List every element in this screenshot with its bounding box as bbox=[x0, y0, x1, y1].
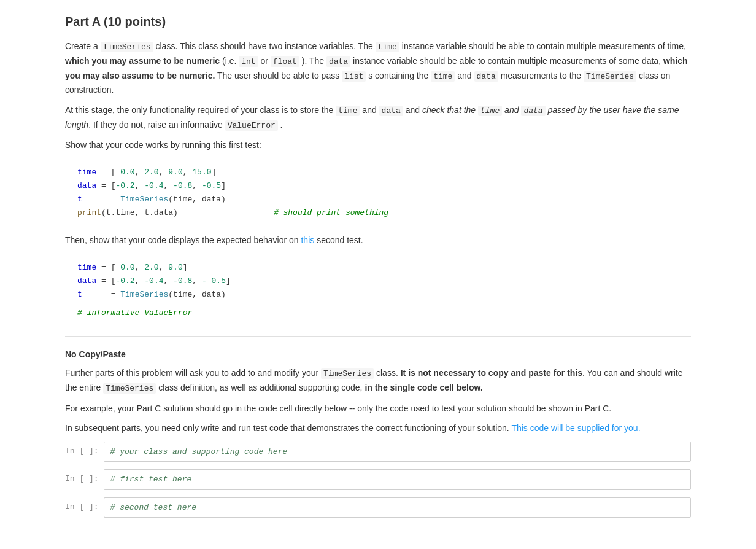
comma-9: , bbox=[135, 276, 145, 286]
neg-05b: - 0.5 bbox=[202, 276, 226, 286]
cell-label-2: In [ ]: bbox=[65, 469, 104, 490]
comma-1: , bbox=[135, 168, 145, 177]
cell-input-3[interactable]: # second test here bbox=[104, 497, 691, 518]
fn-timeseries-2: TimeSeries bbox=[120, 290, 168, 299]
float-code: float bbox=[271, 56, 299, 67]
bracket-3: [ bbox=[111, 263, 121, 272]
neg-04: -0.4 bbox=[144, 181, 163, 190]
args-2: (time, data) bbox=[168, 290, 226, 299]
cell-row-1: In [ ]: # your class and supporting code… bbox=[65, 442, 691, 462]
timeseries-code-3: TimeSeries bbox=[321, 368, 374, 379]
spaces-comment bbox=[183, 208, 269, 217]
timeseries-code-2: TimeSeries bbox=[584, 71, 636, 82]
code-line-2: data = [-0.2, -0.4, -0.8, -0.5] bbox=[77, 179, 679, 193]
then-text: Then, show that your code displays the e… bbox=[65, 233, 691, 247]
num-2b: 2.0 bbox=[144, 263, 158, 272]
code-line-6: data = [-0.2, -0.4, -0.8, - 0.5] bbox=[77, 274, 679, 288]
show-text: Show that your code works by running thi… bbox=[65, 138, 691, 152]
var-time-2: time bbox=[77, 263, 96, 272]
comment-valueerror: # informative ValueError bbox=[77, 308, 192, 317]
data-code-1: data bbox=[326, 56, 350, 67]
bold-single-cell: in the single code cell below. bbox=[364, 383, 482, 392]
var-data-2: data bbox=[77, 276, 96, 286]
bracket-close-1: ] bbox=[212, 168, 217, 177]
cell-label-1: In [ ]: bbox=[65, 442, 104, 462]
args-1: (time, data) bbox=[168, 195, 226, 204]
var-time-1: time bbox=[77, 168, 96, 177]
code-line-7: t = TimeSeries(time, data) bbox=[77, 288, 679, 302]
intro-paragraph: Create a TimeSeries class. This class sh… bbox=[65, 39, 691, 97]
var-t-1: t bbox=[77, 195, 82, 204]
timeseries-code-1: TimeSeries bbox=[101, 42, 153, 52]
bracket-close-2: ] bbox=[221, 181, 226, 190]
separator-1 bbox=[65, 336, 691, 337]
time-italic-code: time bbox=[478, 106, 502, 116]
cell-3-placeholder: # second test here bbox=[110, 503, 196, 512]
part-title: Part A (10 points) bbox=[65, 12, 691, 31]
num-9b: 9.0 bbox=[168, 263, 182, 272]
comma-6: , bbox=[192, 181, 202, 190]
bold-numeric-1: which you may assume to be numeric bbox=[65, 56, 220, 66]
neg-08b: -0.8 bbox=[173, 276, 192, 286]
eq-1: = bbox=[101, 168, 111, 177]
code-block-2: time = [ 0.0, 2.0, 9.0] data = [-0.2, -0… bbox=[65, 255, 691, 326]
check-paragraph: At this stage, the only functionality re… bbox=[65, 103, 691, 133]
comma-4: , bbox=[135, 181, 145, 190]
comma-2: , bbox=[159, 168, 169, 177]
num-9: 9.0 bbox=[168, 168, 182, 177]
cell-input-2[interactable]: # first test here bbox=[104, 469, 691, 490]
neg-02: -0.2 bbox=[115, 181, 134, 190]
code-line-4: print(t.time, t.data) # should print som… bbox=[77, 206, 679, 220]
num-2: 2.0 bbox=[144, 168, 158, 177]
eq-5: = bbox=[101, 276, 111, 286]
cell-input-1[interactable]: # your class and supporting code here bbox=[104, 442, 691, 462]
data-italic-code: data bbox=[521, 106, 545, 116]
timeseries-code-4: TimeSeries bbox=[103, 383, 156, 394]
cell-label-3: In [ ]: bbox=[65, 497, 104, 518]
bracket-close-3: ] bbox=[183, 263, 188, 272]
var-t-2: t bbox=[77, 290, 82, 299]
comma-3: , bbox=[183, 168, 193, 177]
time-code-2: time bbox=[431, 71, 455, 82]
eq-6: = bbox=[111, 290, 121, 299]
code-line-8: # informative ValueError bbox=[77, 306, 679, 320]
var-data-1: data bbox=[77, 181, 96, 190]
eq-2: = bbox=[101, 181, 111, 190]
bold-not-necessary: It is not necessary to copy and paste fo… bbox=[401, 368, 582, 378]
cell-container: In [ ]: # your class and supporting code… bbox=[65, 442, 691, 518]
data-code-2: data bbox=[474, 71, 498, 82]
time-code-1: time bbox=[376, 42, 399, 52]
comma-5: , bbox=[164, 181, 174, 190]
cell-2-placeholder: # first test here bbox=[110, 475, 192, 484]
num-0b: 0.0 bbox=[120, 263, 134, 272]
neg-02b: -0.2 bbox=[115, 276, 134, 286]
code-line-5: time = [ 0.0, 2.0, 9.0] bbox=[77, 261, 679, 274]
spaces-2 bbox=[87, 290, 106, 299]
comma-10: , bbox=[164, 276, 174, 286]
code-block-1: time = [ 0.0, 2.0, 9.0, 15.0] data = [-0… bbox=[65, 160, 691, 226]
comma-8: , bbox=[159, 263, 169, 272]
neg-04b: -0.4 bbox=[144, 276, 163, 286]
example-paragraph: For example, your Part C solution should… bbox=[65, 402, 691, 415]
fn-print-1: print bbox=[77, 208, 101, 217]
num-0: 0.0 bbox=[120, 168, 134, 177]
cell-1-placeholder: # your class and supporting code here bbox=[110, 447, 288, 456]
comment-print: # should print something bbox=[274, 208, 388, 217]
fn-timeseries-1: TimeSeries bbox=[120, 195, 168, 204]
print-args-1: (t.time, t.data) bbox=[101, 208, 178, 217]
cell-row-3: In [ ]: # second test here bbox=[65, 497, 691, 518]
supplied-highlight: This code will be supplied for you. bbox=[511, 423, 640, 433]
italic-check: check that the time and data passed by t… bbox=[65, 105, 679, 130]
neg-08: -0.8 bbox=[173, 181, 192, 190]
eq-4: = bbox=[101, 263, 111, 272]
page: Part A (10 points) Create a TimeSeries c… bbox=[40, 0, 716, 537]
bracket-close-4: ] bbox=[226, 276, 231, 286]
comma-11: , bbox=[192, 276, 202, 286]
list-code: list bbox=[342, 71, 366, 82]
spaces-1 bbox=[87, 195, 106, 204]
code-line-3: t = TimeSeries(time, data) bbox=[77, 193, 679, 206]
this-highlight: this bbox=[301, 235, 314, 245]
further-paragraph: Further parts of this problem will ask y… bbox=[65, 366, 691, 395]
subsequent-paragraph: In subsequent parts, you need only write… bbox=[65, 421, 691, 435]
eq-3: = bbox=[111, 195, 121, 204]
